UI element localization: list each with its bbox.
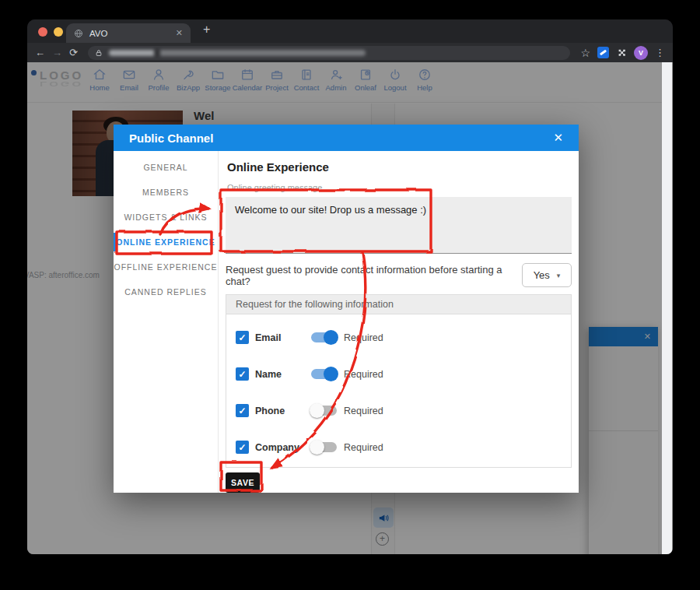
save-button[interactable]: SAVE: [226, 472, 260, 493]
field-row-name: ✓ Name Required: [236, 356, 562, 392]
field-row-company: ✓ Company Required: [236, 429, 562, 465]
phone-required-toggle[interactable]: [311, 406, 337, 416]
tab-widgets-links[interactable]: WIDGETS & LINKS: [114, 205, 218, 230]
web-page: LOGO LOGO Home Email Profile BizApp Stor…: [27, 62, 673, 554]
tab-canned-replies[interactable]: CANNED REPLIES: [114, 279, 218, 304]
section-heading: Online Experience: [227, 160, 572, 174]
browser-titlebar: AVO ✕ +: [27, 19, 673, 43]
extension-blue-icon[interactable]: [597, 47, 609, 58]
modal-content: Online Experience Online greeting messag…: [219, 151, 579, 493]
redacted-url-text: [109, 50, 366, 56]
browser-window: AVO ✕ + ← → ⟳ ☆ V ⋮ LOGO LOGO Home Email…: [27, 19, 673, 554]
bookmark-star-icon[interactable]: ☆: [580, 47, 590, 59]
yes-no-select[interactable]: Yes ▾: [522, 263, 572, 287]
new-tab-button[interactable]: +: [203, 23, 210, 37]
requested-info-header: Request for the following information: [226, 295, 571, 314]
lock-icon: [95, 49, 103, 57]
tab-members[interactable]: MEMBERS: [114, 180, 218, 205]
modal-header: Public Channel ✕: [114, 125, 579, 151]
minimize-window-button[interactable]: [54, 27, 63, 37]
greeting-label: Online greeting message: [227, 183, 572, 192]
browser-tab[interactable]: AVO ✕: [66, 23, 191, 43]
close-window-button[interactable]: [38, 27, 47, 37]
company-checkbox[interactable]: ✓: [236, 441, 249, 454]
globe-favicon-icon: [74, 29, 83, 38]
browser-toolbar: ← → ⟳ ☆ V ⋮: [27, 43, 673, 62]
name-required-toggle[interactable]: [311, 369, 337, 379]
chevron-down-icon: ▾: [557, 272, 561, 279]
address-bar[interactable]: [88, 46, 571, 60]
company-required-toggle[interactable]: [311, 442, 337, 452]
modal-sidebar: GENERAL MEMBERS WIDGETS & LINKS ONLINE E…: [114, 151, 219, 493]
field-row-phone: ✓ Phone Required: [236, 392, 562, 429]
name-checkbox[interactable]: ✓: [236, 367, 249, 381]
tab-online-experience[interactable]: ONLINE EXPERIENCE: [114, 230, 218, 255]
requested-info-box: Request for the following information ✓ …: [226, 294, 572, 468]
phone-checkbox[interactable]: ✓: [236, 404, 249, 417]
tab-close-icon[interactable]: ✕: [176, 28, 183, 38]
modal-title: Public Channel: [129, 132, 553, 145]
tab-title: AVO: [89, 29, 170, 38]
tab-general[interactable]: GENERAL: [114, 155, 218, 180]
field-row-email: ✓ Email Required: [236, 319, 562, 356]
forward-icon[interactable]: →: [52, 47, 62, 58]
public-channel-modal: Public Channel ✕ GENERAL MEMBERS WIDGETS…: [114, 125, 579, 493]
modal-close-icon[interactable]: ✕: [553, 131, 563, 145]
profile-avatar[interactable]: V: [634, 46, 648, 60]
browser-menu-icon[interactable]: ⋮: [655, 47, 665, 58]
contact-info-question: Request guest to provide contact informa…: [226, 264, 522, 287]
page-scrollbar[interactable]: [662, 62, 672, 554]
tab-offline-experience[interactable]: OFFLINE EXPERIENCE: [114, 255, 218, 279]
greeting-message-textarea[interactable]: Welcome to our site! Drop us a message :…: [226, 197, 572, 254]
email-checkbox[interactable]: ✓: [236, 331, 249, 344]
email-required-toggle[interactable]: [311, 332, 337, 342]
back-icon[interactable]: ←: [35, 47, 45, 58]
extensions-puzzle-icon[interactable]: [616, 47, 627, 58]
reload-icon[interactable]: ⟳: [69, 47, 78, 58]
